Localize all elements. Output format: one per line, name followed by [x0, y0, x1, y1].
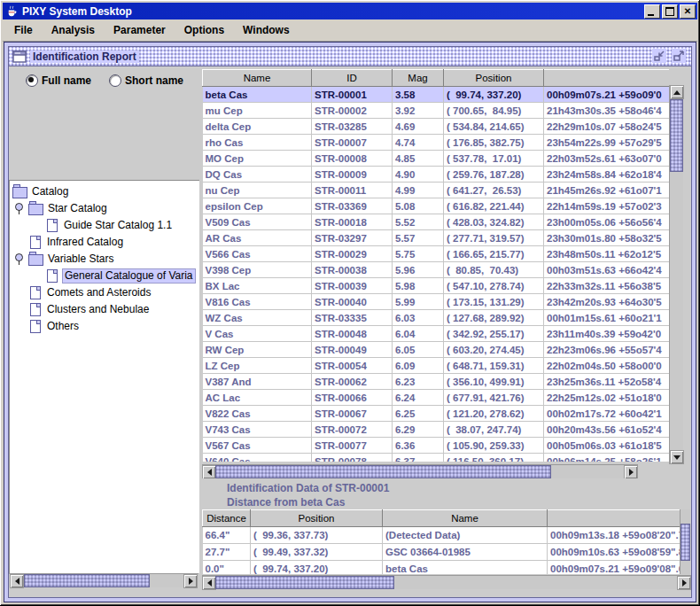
cell-position: ( 105.90, 259.33): [444, 438, 544, 454]
star-row[interactable]: AC Lac STR-00066 6.24 ( 677.91, 421.76) …: [203, 390, 670, 406]
short-name-label: Short name: [125, 74, 183, 87]
identification-table: Distance Position Name 66.4: [202, 509, 680, 574]
cell-position: ( 342.92, 255.17): [444, 326, 544, 342]
star-row[interactable]: rho Cas STR-00007 4.74 ( 176.85, 382.75)…: [203, 135, 670, 151]
tree-horizontal-scrollbar[interactable]: [9, 573, 198, 587]
expand-handle-icon[interactable]: [15, 253, 23, 261]
scrollbar-thumb[interactable]: [24, 574, 150, 587]
frame-maximize-button[interactable]: [672, 49, 686, 63]
tree-item-infrared-catalog[interactable]: Infrared Catalog: [10, 234, 199, 251]
scrollbar-thumb[interactable]: [215, 465, 551, 478]
cell-mag: 6.29: [393, 422, 444, 438]
tree-item-comets-asteroids[interactable]: Comets and Asteroids: [10, 284, 199, 301]
column-header-mag[interactable]: Mag: [393, 70, 444, 87]
star-row[interactable]: V Cas STR-00048 6.04 ( 342.92, 255.17) 2…: [203, 326, 670, 342]
close-button[interactable]: ✕: [680, 4, 696, 19]
menu-analysis[interactable]: Analysis: [46, 22, 100, 38]
cell-name: AR Cas: [203, 230, 312, 246]
star-row[interactable]: V387 And STR-00062 6.23 ( 356.10, 499.91…: [203, 374, 670, 390]
identification-row[interactable]: 27.7" ( 99.49, 337.32) GSC 03664-01985 0…: [203, 544, 681, 561]
star-row[interactable]: V822 Cas STR-00067 6.25 ( 121.20, 278.62…: [203, 406, 670, 422]
scroll-left-button[interactable]: [202, 465, 216, 479]
tree-item-star-catalog[interactable]: Star Catalog: [10, 200, 199, 217]
identification-row[interactable]: 66.4" ( 99.36, 337.73) (Detected Data) 0…: [203, 527, 681, 544]
scroll-down-button[interactable]: [670, 450, 684, 464]
short-name-radio[interactable]: [109, 74, 121, 87]
star-table-header-row: Name ID Mag Position: [203, 70, 670, 87]
full-name-radio[interactable]: [26, 74, 38, 87]
star-row[interactable]: V640 Cas STR-00078 6.37 ( 116.50, 360.17…: [203, 454, 670, 462]
scroll-right-button[interactable]: [677, 576, 691, 590]
frame-titlebar[interactable]: Identification Report: [9, 47, 691, 66]
star-row[interactable]: WZ Cas STR-03335 6.03 ( 127.68, 289.92) …: [203, 310, 670, 326]
star-row[interactable]: V566 Cas STR-00029 5.75 ( 166.65, 215.77…: [203, 246, 670, 262]
column-header-position[interactable]: Position: [251, 510, 383, 527]
star-row[interactable]: delta Cep STR-03285 4.69 ( 534.84, 214.6…: [203, 119, 670, 135]
tree-item-catalog[interactable]: Catalog: [10, 183, 199, 200]
cell-position: ( 700.65, 84.95): [444, 103, 544, 119]
scroll-left-button[interactable]: [10, 574, 24, 588]
window-titlebar[interactable]: PIXY System Desktop ✕: [3, 3, 697, 19]
scrollbar-thumb[interactable]: [215, 576, 394, 589]
tree-item-general-catalogue[interactable]: General Catalogue of Varia: [10, 268, 199, 284]
menu-windows[interactable]: Windows: [237, 22, 295, 38]
tree-item-label: Clusters and Nebulae: [45, 303, 151, 316]
scroll-right-button[interactable]: [624, 465, 638, 479]
cell-position: ( 537.78, 17.01): [444, 151, 544, 167]
star-row[interactable]: mu Cep STR-00002 3.92 ( 700.65, 84.95) 2…: [203, 103, 670, 119]
cell-id: STR-00038: [312, 262, 393, 278]
star-row[interactable]: AR Cas STR-03297 5.57 ( 277.71, 319.57) …: [203, 230, 670, 246]
star-row[interactable]: MO Cep STR-00008 4.85 ( 537.78, 17.01) 2…: [203, 151, 670, 167]
menu-options[interactable]: Options: [179, 22, 229, 38]
column-header-position[interactable]: Position: [444, 70, 544, 87]
star-row[interactable]: DQ Cas STR-00009 4.90 ( 259.76, 187.28) …: [203, 167, 670, 183]
star-row[interactable]: V567 Cas STR-00077 6.36 ( 105.90, 259.33…: [203, 438, 670, 454]
cell-position: ( 641.27, 26.53): [444, 183, 544, 198]
identification-horizontal-scrollbar[interactable]: [202, 575, 691, 589]
identification-row[interactable]: 0.0" ( 99.74, 337.20) beta Cas 00h09m07s…: [203, 561, 681, 575]
menu-parameter[interactable]: Parameter: [108, 22, 171, 38]
identification-vertical-scrollbar[interactable]: [680, 509, 690, 574]
star-row[interactable]: V816 Cas STR-00040 5.99 ( 173.15, 131.29…: [203, 294, 670, 310]
column-header-name[interactable]: Name: [203, 70, 312, 87]
tree-item-label: Variable Stars: [46, 252, 115, 266]
star-row[interactable]: nu Cep STR-00011 4.99 ( 641.27, 26.53) 2…: [203, 183, 670, 198]
column-header-id[interactable]: ID: [312, 70, 393, 87]
star-row[interactable]: V398 Cep STR-00038 5.96 ( 80.85, 70.43) …: [203, 262, 670, 278]
tree-item-clusters-nebulae[interactable]: Clusters and Nebulae: [10, 301, 199, 318]
menu-file[interactable]: File: [9, 22, 38, 38]
cell-coord: 21h45m26s.92 +61o07'1: [544, 183, 670, 198]
scrollbar-thumb[interactable]: [681, 524, 690, 561]
cell-name: delta Cep: [203, 119, 312, 135]
cell-name: beta Cas: [383, 561, 548, 575]
cell-mag: 5.08: [393, 198, 444, 214]
star-table-vertical-scrollbar[interactable]: [669, 85, 683, 464]
star-row[interactable]: BX Lac STR-00039 5.98 ( 547.10, 278.74) …: [203, 278, 670, 294]
star-row[interactable]: RW Cep STR-00049 6.05 ( 603.20, 274.45) …: [203, 342, 670, 358]
column-header-coord[interactable]: [548, 510, 681, 527]
scroll-right-button[interactable]: [183, 574, 198, 588]
scroll-left-button[interactable]: [202, 576, 216, 590]
column-header-name[interactable]: Name: [383, 510, 548, 527]
maximize-button[interactable]: [662, 4, 678, 19]
tree-item-others[interactable]: Others: [10, 318, 199, 335]
star-row[interactable]: V743 Cas STR-00072 6.29 ( 38.07, 247.74)…: [203, 422, 670, 438]
star-row[interactable]: epsilon Cep STR-03369 5.08 ( 616.82, 221…: [203, 198, 670, 214]
star-row[interactable]: LZ Cep STR-00054 6.09 ( 648.71, 159.31) …: [203, 358, 670, 374]
tree-item-guide-star-catalog[interactable]: Guide Star Catalog 1.1: [10, 217, 199, 234]
scrollbar-thumb[interactable]: [670, 99, 683, 172]
frame-iconify-button[interactable]: [652, 49, 666, 63]
cell-coord: 00h09m07s.21 +59o09'08".6: [548, 561, 681, 575]
star-table-horizontal-scrollbar[interactable]: [202, 464, 638, 478]
scroll-up-button[interactable]: [670, 85, 684, 99]
column-header-distance[interactable]: Distance: [203, 510, 251, 527]
star-row[interactable]: beta Cas STR-00001 3.58 ( 99.74, 337.20)…: [203, 87, 670, 103]
expand-handle-icon[interactable]: [15, 203, 23, 211]
column-header-coord[interactable]: [544, 70, 670, 87]
star-row[interactable]: V509 Cas STR-00018 5.52 ( 428.03, 324.82…: [203, 214, 670, 230]
tree-item-variable-stars[interactable]: Variable Stars: [10, 251, 199, 268]
window-title: PIXY System Desktop: [22, 5, 132, 18]
minimize-button[interactable]: [644, 4, 660, 19]
cell-name: LZ Cep: [203, 358, 312, 374]
cell-id: STR-03369: [312, 198, 393, 214]
